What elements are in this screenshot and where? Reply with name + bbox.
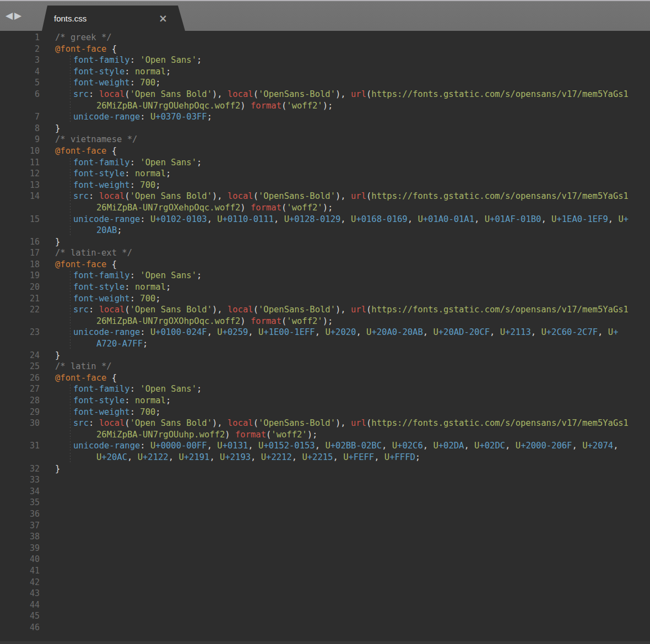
line-number: 27 — [0, 383, 40, 395]
code-line[interactable]: 27font-family: 'Open Sans'; — [0, 383, 650, 395]
line-number: 15 — [0, 214, 40, 225]
line-number — [0, 452, 40, 463]
tab-fonts-css[interactable]: fonts.css × — [42, 6, 185, 31]
code-line[interactable]: 17/* latin-ext */ — [0, 247, 650, 259]
code-line[interactable]: 13font-weight: 700; — [0, 180, 650, 191]
code-line[interactable]: 1/* greek */ — [0, 32, 650, 44]
code-line-wrap[interactable]: 26MiZpBA-UN7rgOUuhp.woff2) format('woff2… — [0, 429, 650, 441]
code-line[interactable]: 29font-weight: 700; — [0, 407, 650, 418]
code-line[interactable]: 44 — [0, 599, 650, 611]
line-number — [0, 316, 40, 327]
code-line[interactable]: 5font-weight: 700; — [0, 77, 650, 89]
line-number: 18 — [0, 259, 40, 270]
nav-forward-icon[interactable]: ▶ — [14, 11, 21, 20]
code-line-wrap[interactable]: A720-A7FF; — [0, 338, 650, 350]
code-text — [40, 520, 55, 532]
line-number: 6 — [0, 89, 40, 100]
code-line[interactable]: 4font-style: normal; — [0, 66, 650, 78]
code-text: font-weight: 700; — [40, 407, 161, 418]
code-line[interactable]: 32} — [0, 463, 650, 475]
line-number: 11 — [0, 157, 40, 169]
line-number: 4 — [0, 66, 40, 78]
code-line[interactable]: 42 — [0, 577, 650, 588]
line-number — [0, 225, 40, 236]
code-line[interactable]: 37 — [0, 520, 650, 532]
code-line[interactable]: 14src: local('Open Sans Bold'), local('O… — [0, 191, 650, 202]
code-line[interactable]: 31unicode-range: U+0000-00FF, U+0131, U+… — [0, 440, 650, 452]
code-text — [40, 474, 55, 486]
code-text: 20AB; — [40, 225, 122, 236]
code-line[interactable]: 28font-style: normal; — [0, 395, 650, 407]
code-line[interactable]: 12font-style: normal; — [0, 168, 650, 180]
code-line[interactable]: 10@font-face { — [0, 145, 650, 157]
code-line[interactable]: 2@font-face { — [0, 44, 650, 55]
code-line[interactable]: 24} — [0, 350, 650, 361]
code-line-wrap[interactable]: 26MiZpBA-UN7rgOUehpOqc.woff2) format('wo… — [0, 100, 650, 112]
tab-nav-controls: ◀ ▶ — [6, 0, 21, 31]
code-line-wrap[interactable]: 26MiZpBA-UN7rgOXOhpOqc.woff2) format('wo… — [0, 316, 650, 327]
code-line[interactable]: 3font-family: 'Open Sans'; — [0, 55, 650, 66]
code-line[interactable]: 18@font-face { — [0, 259, 650, 270]
code-line[interactable]: 41 — [0, 565, 650, 577]
code-line[interactable]: 45 — [0, 610, 650, 622]
code-text: } — [40, 463, 60, 475]
code-text: font-weight: 700; — [40, 180, 161, 191]
line-number: 3 — [0, 55, 40, 66]
code-line[interactable]: 11font-family: 'Open Sans'; — [0, 157, 650, 169]
code-text — [40, 486, 55, 497]
code-line[interactable]: 40 — [0, 554, 650, 565]
code-line-wrap[interactable]: 20AB; — [0, 225, 650, 236]
line-number: 24 — [0, 350, 40, 361]
line-number: 26 — [0, 372, 40, 384]
line-number: 44 — [0, 599, 40, 611]
code-line[interactable]: 9/* vietnamese */ — [0, 134, 650, 145]
code-line[interactable]: 36 — [0, 508, 650, 520]
code-text: font-style: normal; — [40, 66, 171, 78]
code-line[interactable]: 16} — [0, 236, 650, 248]
code-line[interactable]: 43 — [0, 588, 650, 599]
code-text: font-family: 'Open Sans'; — [40, 55, 202, 66]
code-text — [40, 497, 55, 508]
code-text: @font-face { — [40, 372, 117, 384]
code-line[interactable]: 25/* latin */ — [0, 361, 650, 372]
code-text: font-weight: 700; — [40, 77, 161, 89]
nav-back-icon[interactable]: ◀ — [6, 11, 13, 20]
code-text — [40, 508, 55, 520]
code-line[interactable]: 35 — [0, 497, 650, 508]
line-number: 46 — [0, 622, 40, 634]
code-line[interactable]: 15unicode-range: U+0102-0103, U+0110-011… — [0, 214, 650, 225]
code-text: @font-face { — [40, 44, 117, 55]
line-number: 23 — [0, 327, 40, 338]
code-line[interactable]: 39 — [0, 543, 650, 554]
code-line-wrap[interactable]: U+20AC, U+2122, U+2191, U+2193, U+2212, … — [0, 452, 650, 463]
line-number: 45 — [0, 610, 40, 622]
code-text: } — [40, 123, 60, 134]
code-line[interactable]: 8} — [0, 123, 650, 134]
line-number: 20 — [0, 282, 40, 293]
code-line[interactable]: 19font-family: 'Open Sans'; — [0, 270, 650, 282]
code-text: U+20AC, U+2122, U+2191, U+2193, U+2212, … — [40, 452, 420, 463]
code-line[interactable]: 34 — [0, 486, 650, 497]
code-line[interactable]: 26@font-face { — [0, 372, 650, 384]
code-line[interactable]: 46 — [0, 622, 650, 634]
line-number: 41 — [0, 565, 40, 577]
code-line[interactable]: 6src: local('Open Sans Bold'), local('Op… — [0, 89, 650, 100]
line-number: 14 — [0, 191, 40, 202]
code-line-wrap[interactable]: 26MiZpBA-UN7rgOXehpOqc.woff2) format('wo… — [0, 202, 650, 214]
code-text: /* latin-ext */ — [40, 247, 132, 259]
code-text — [40, 610, 55, 622]
line-number: 37 — [0, 520, 40, 532]
code-text — [40, 554, 55, 565]
code-line[interactable]: 38 — [0, 531, 650, 543]
code-text: font-weight: 700; — [40, 293, 161, 305]
tab-close-icon[interactable]: × — [159, 6, 167, 31]
code-line[interactable]: 20font-style: normal; — [0, 282, 650, 293]
code-line[interactable]: 33 — [0, 474, 650, 486]
code-line[interactable]: 23unicode-range: U+0100-024F, U+0259, U+… — [0, 327, 650, 338]
code-line[interactable]: 21font-weight: 700; — [0, 293, 650, 305]
scrollbar-track-horizontal — [0, 641, 650, 644]
code-text — [40, 588, 55, 599]
code-line[interactable]: 30src: local('Open Sans Bold'), local('O… — [0, 418, 650, 429]
code-line[interactable]: 7unicode-range: U+0370-03FF; — [0, 111, 650, 123]
code-line[interactable]: 22src: local('Open Sans Bold'), local('O… — [0, 304, 650, 316]
